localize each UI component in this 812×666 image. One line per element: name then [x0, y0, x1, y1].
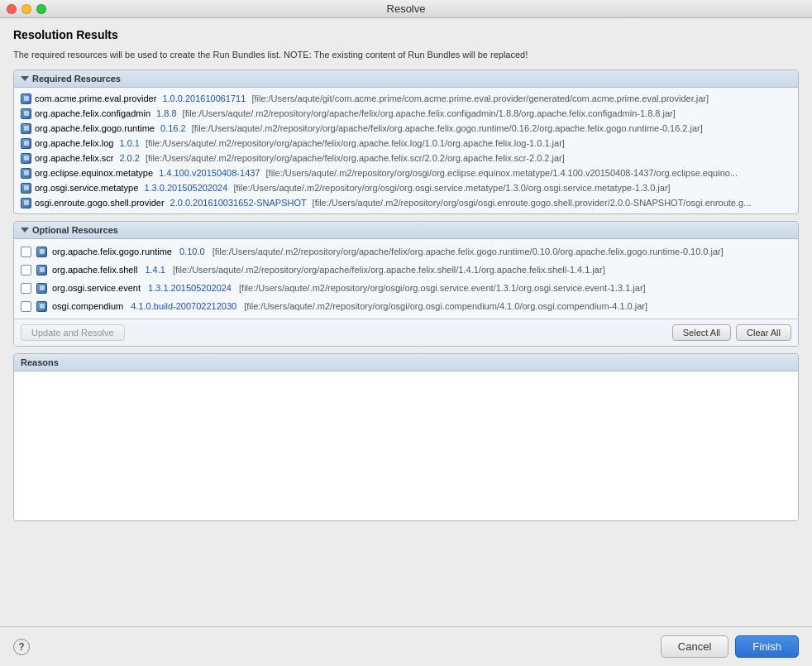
resource-name: org.eclipse.equinox.metatype — [35, 166, 153, 180]
resource-path: [file:/Users/aqute/.m2/repository/org/ap… — [173, 262, 605, 277]
cancel-button[interactable]: Cancel — [661, 635, 728, 658]
resource-name: org.apache.felix.scr — [35, 151, 113, 165]
reasons-section: Reasons — [13, 353, 799, 521]
required-resource-item: org.apache.felix.scr 2.0.2 [file:/Users/… — [14, 151, 798, 165]
optional-resource-item: osgi.compendium 4.1.0.build-200702212030… — [14, 297, 798, 315]
optional-resource-item: org.apache.felix.gogo.runtime 0.10.0 [fi… — [14, 242, 798, 261]
resource-path: [file:/Users/aqute/.m2/repository/org/os… — [244, 299, 647, 314]
resource-version: 1.0.0.201610061711 — [160, 92, 248, 105]
required-resources-header: Required Resources — [14, 70, 798, 88]
resource-name: osgi.compendium — [52, 299, 123, 314]
select-all-button[interactable]: Select All — [672, 324, 731, 341]
bundle-icon — [21, 168, 31, 179]
required-resource-item: org.apache.felix.gogo.runtime 0.16.2 [fi… — [14, 121, 798, 136]
bundle-icon — [21, 123, 31, 134]
resource-name: org.osgi.service.event — [52, 280, 141, 295]
optional-resource-item: org.osgi.service.event 1.3.1.20150520202… — [14, 279, 798, 297]
optional-resources-label: Optional Resources — [32, 225, 118, 235]
required-resource-item: org.apache.felix.configadmin 1.8.8 [file… — [14, 106, 798, 121]
optional-buttons-bar: Update and Resolve Select All Clear All — [14, 319, 798, 346]
bundle-icon — [36, 283, 47, 294]
resource-version: 0.10.0 — [177, 244, 208, 259]
resource-name: org.apache.felix.gogo.runtime — [35, 122, 155, 135]
optional-resources-list: org.apache.felix.gogo.runtime 0.10.0 [fi… — [14, 239, 798, 319]
resource-version: 1.4.100.v20150408-1437 — [156, 166, 262, 180]
page-subtitle: The required resources will be used to c… — [13, 50, 799, 60]
resource-version: 1.3.0.201505202024 — [141, 181, 230, 194]
update-resolve-button[interactable]: Update and Resolve — [21, 324, 125, 341]
window-controls[interactable] — [7, 4, 46, 14]
bundle-icon — [36, 265, 47, 276]
bundle-icon — [21, 138, 31, 149]
help-button[interactable]: ? — [13, 639, 30, 655]
resource-version: 0.16.2 — [158, 122, 189, 135]
required-resource-item: org.apache.felix.log 1.0.1 [file:/Users/… — [14, 136, 798, 151]
required-resource-item: org.osgi.service.metatype 1.3.0.20150520… — [14, 180, 798, 195]
resource-version: 2.0.0.201610031652-SNAPSHOT — [168, 196, 309, 209]
resource-name: org.apache.felix.configadmin — [35, 107, 150, 120]
optional-checkbox[interactable] — [21, 301, 31, 312]
collapse-triangle-icon — [21, 76, 29, 81]
bundle-icon — [36, 301, 47, 312]
required-resources-label: Required Resources — [32, 74, 121, 84]
optional-resources-section: Optional Resources org.apache.felix.gogo… — [13, 221, 799, 347]
resource-version: 1.0.1 — [117, 137, 142, 150]
optional-resource-item: org.apache.felix.shell 1.4.1 [file:/User… — [14, 261, 798, 279]
main-content: Resolution Results The required resource… — [0, 18, 812, 626]
resource-version: 1.4.1 — [142, 262, 168, 277]
bottom-buttons: Cancel Finish — [661, 635, 799, 658]
minimize-button[interactable] — [21, 4, 31, 14]
resource-path: [file:/Users/aqute/.m2/repository/org/ap… — [146, 151, 565, 165]
collapse-triangle-icon-optional — [21, 228, 29, 232]
resource-name: osgi.enroute.gogo.shell.provider — [35, 196, 165, 209]
bundle-icon — [21, 198, 31, 208]
resource-path: [file:/Users/aqute/.m2/repository/org/os… — [233, 181, 670, 194]
optional-checkbox[interactable] — [21, 247, 31, 257]
optional-checkbox[interactable] — [21, 265, 31, 276]
window-title: Resolve — [387, 2, 426, 15]
reasons-header: Reasons — [14, 354, 798, 371]
bundle-icon — [21, 108, 31, 119]
resource-version: 2.0.2 — [117, 151, 142, 165]
resource-version: 1.3.1.201505202024 — [146, 280, 234, 295]
resource-name: org.apache.felix.shell — [52, 262, 137, 277]
select-clear-buttons: Select All Clear All — [672, 324, 791, 341]
bundle-icon — [21, 153, 31, 164]
close-button[interactable] — [7, 4, 17, 14]
resource-version: 1.8.8 — [154, 107, 179, 120]
required-resources-section: Required Resources com.acme.prime.eval.p… — [13, 69, 799, 214]
resource-path: [file:/Users/aqute/.m2/repository/org/os… — [239, 280, 646, 295]
resource-path: [file:/Users/aqute/.m2/repository/org/ap… — [192, 122, 703, 135]
resource-name: org.apache.felix.gogo.runtime — [52, 244, 172, 259]
required-resource-item: osgi.enroute.gogo.shell.provider 2.0.0.2… — [14, 195, 798, 210]
optional-resources-header: Optional Resources — [14, 222, 798, 239]
resource-name: org.apache.felix.log — [35, 137, 113, 150]
resource-name: org.osgi.service.metatype — [35, 181, 138, 194]
bundle-icon — [21, 93, 31, 104]
resource-path: [file:/Users/aqute/.m2/repository/org/os… — [313, 196, 752, 209]
finish-button[interactable]: Finish — [735, 635, 799, 658]
page-title: Resolution Results — [13, 28, 799, 41]
resource-name: com.acme.prime.eval.provider — [35, 92, 156, 105]
bundle-icon — [21, 183, 31, 194]
reasons-content — [14, 371, 798, 520]
required-resource-item: org.eclipse.equinox.metatype 1.4.100.v20… — [14, 165, 798, 180]
resource-path: [file:/Users/aqute/.m2/repository/org/ap… — [146, 137, 565, 150]
required-resources-list: com.acme.prime.eval.provider 1.0.0.20161… — [14, 88, 798, 213]
clear-all-button[interactable]: Clear All — [736, 324, 791, 341]
resource-path: [file:/Users/aqute/.m2/repository/org/ap… — [213, 244, 724, 259]
optional-checkbox[interactable] — [21, 283, 31, 294]
title-bar: Resolve — [0, 0, 812, 18]
bottom-bar: ? Cancel Finish — [0, 626, 812, 666]
resource-path: [file:/Users/aqute/.m2/repository/org/os… — [266, 166, 738, 180]
resource-path: [file:/Users/aqute/.m2/repository/org/ap… — [183, 107, 676, 120]
maximize-button[interactable] — [36, 4, 46, 14]
bundle-icon — [36, 247, 47, 257]
required-resource-item: com.acme.prime.eval.provider 1.0.0.20161… — [14, 91, 798, 106]
resource-path: [file:/Users/aqute/git/com.acme.prime/co… — [251, 92, 709, 105]
resource-version: 4.1.0.build-200702212030 — [128, 299, 239, 314]
